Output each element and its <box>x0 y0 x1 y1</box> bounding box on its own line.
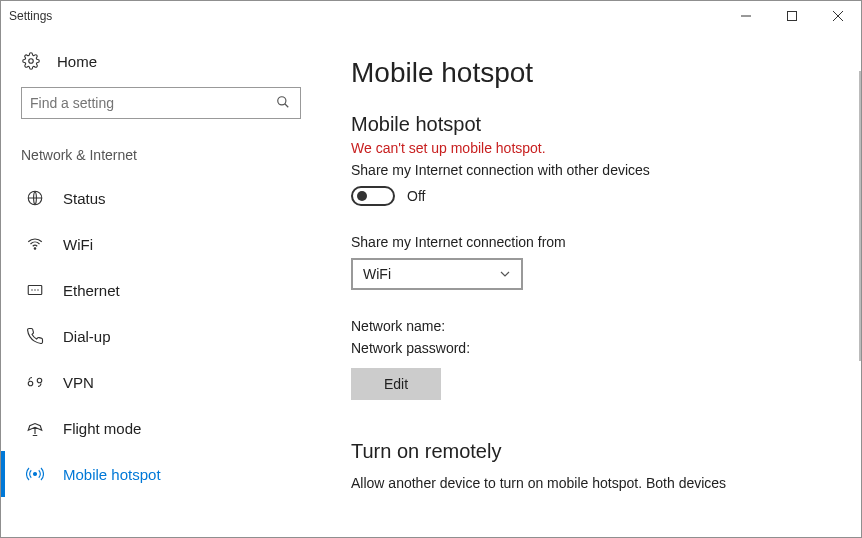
sidebar-item-wifi[interactable]: WiFi <box>1 221 321 267</box>
sidebar: Home Network & Internet Status WiFi <box>1 31 321 537</box>
window-title: Settings <box>9 9 52 23</box>
titlebar-controls <box>723 1 861 31</box>
category-header: Network & Internet <box>1 139 321 175</box>
minimize-button[interactable] <box>723 1 769 31</box>
sidebar-item-label: Mobile hotspot <box>63 466 161 483</box>
sidebar-item-label: Ethernet <box>63 282 120 299</box>
svg-point-4 <box>34 248 36 250</box>
search-input[interactable] <box>30 95 266 111</box>
svg-point-2 <box>278 97 286 105</box>
sidebar-item-label: Status <box>63 190 106 207</box>
globe-icon <box>25 188 45 208</box>
network-name-label: Network name: <box>351 318 841 334</box>
sidebar-item-label: WiFi <box>63 236 93 253</box>
sidebar-item-label: VPN <box>63 374 94 391</box>
maximize-button[interactable] <box>769 1 815 31</box>
sidebar-item-label: Dial-up <box>63 328 111 345</box>
search-input-wrapper[interactable] <box>21 87 301 119</box>
edit-button[interactable]: Edit <box>351 368 441 400</box>
settings-window: Settings Home <box>0 0 862 538</box>
page-title: Mobile hotspot <box>351 57 841 89</box>
remote-title: Turn on remotely <box>351 440 841 463</box>
toggle-state-label: Off <box>407 188 425 204</box>
sidebar-item-dialup[interactable]: Dial-up <box>1 313 321 359</box>
sidebar-item-ethernet[interactable]: Ethernet <box>1 267 321 313</box>
search-icon <box>276 95 292 111</box>
svg-point-7 <box>37 378 42 383</box>
sidebar-item-status[interactable]: Status <box>1 175 321 221</box>
hotspot-icon <box>25 464 45 484</box>
airplane-icon <box>25 418 45 438</box>
remote-description: Allow another device to turn on mobile h… <box>351 475 841 491</box>
ethernet-icon <box>25 280 45 300</box>
sidebar-item-vpn[interactable]: VPN <box>1 359 321 405</box>
vpn-icon <box>25 372 45 392</box>
window-body: Home Network & Internet Status WiFi <box>1 31 861 537</box>
close-button[interactable] <box>815 1 861 31</box>
share-description: Share my Internet connection with other … <box>351 162 841 178</box>
svg-rect-0 <box>788 12 797 21</box>
phone-icon <box>25 326 45 346</box>
svg-point-1 <box>29 59 34 64</box>
share-from-select[interactable]: WiFi <box>351 258 523 290</box>
titlebar: Settings <box>1 1 861 31</box>
home-label: Home <box>57 53 97 70</box>
select-value: WiFi <box>363 266 391 282</box>
svg-point-8 <box>34 473 37 476</box>
toggle-knob <box>357 191 367 201</box>
wifi-icon <box>25 234 45 254</box>
hotspot-toggle-row: Off <box>351 186 841 206</box>
gear-icon <box>21 51 41 71</box>
network-password-label: Network password: <box>351 340 841 356</box>
sidebar-item-label: Flight mode <box>63 420 141 437</box>
sidebar-item-hotspot[interactable]: Mobile hotspot <box>1 451 321 497</box>
section-title: Mobile hotspot <box>351 113 841 136</box>
error-message: We can't set up mobile hotspot. <box>351 140 841 156</box>
svg-point-6 <box>28 381 33 386</box>
scrollbar[interactable] <box>859 71 861 361</box>
chevron-down-icon <box>499 268 511 280</box>
content-pane: Mobile hotspot Mobile hotspot We can't s… <box>321 31 861 537</box>
home-button[interactable]: Home <box>1 51 321 87</box>
sidebar-item-flightmode[interactable]: Flight mode <box>1 405 321 451</box>
share-from-label: Share my Internet connection from <box>351 234 841 250</box>
hotspot-toggle[interactable] <box>351 186 395 206</box>
